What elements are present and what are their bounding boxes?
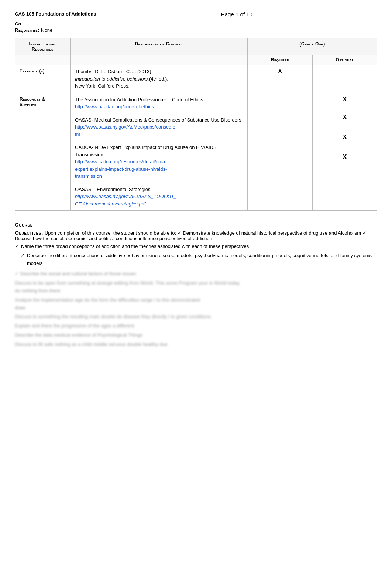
resource-item-1-text: The Association for Addiction Profession…: [75, 97, 204, 102]
textbook-required-cell: X: [248, 65, 313, 93]
prereqs: Requisites: None: [15, 27, 377, 33]
objectives-block: Objectives: Upon completion of this cour…: [15, 230, 377, 241]
textbook-desc-edition: (4th ed.).: [149, 76, 168, 82]
resource-item-3: CADCA- NIDA Expert Explains Impact of Dr…: [75, 144, 243, 180]
resource-item-2-text: OASAS- Medical Complications & Consequen…: [75, 117, 241, 123]
resource-item-4-text: OASAS – Environmental Strategies:: [75, 187, 152, 192]
resources-table: Instructional Resources Description of C…: [15, 38, 377, 211]
checkmark-1: ✓: [15, 243, 19, 251]
sub-header-empty-2: [71, 55, 248, 65]
table-row-resources: Resources &Supplies The Association for …: [15, 93, 377, 211]
resource-item-3-text: CADCA- NIDA Expert Explains Impact of Dr…: [75, 144, 217, 157]
resource-item-4: OASAS – Environmental Strategies: http:/…: [75, 186, 243, 208]
col-header-description: Description of Content: [71, 38, 248, 55]
course-title: CAS 105 Foundations of Addictions: [15, 11, 96, 17]
resource-item-1: The Association for Addiction Profession…: [75, 96, 243, 110]
resource-item-4-link[interactable]: http://www.oasas.ny.gov/ud/OASAS_TOOLKIT…: [75, 194, 177, 207]
objectives-label: Objectives:: [15, 230, 43, 236]
resources-label: Resources &Supplies: [20, 95, 45, 107]
objectives-list: ✓ Name the three broad conceptions of ad…: [15, 243, 377, 267]
page-header: CAS 105 Foundations of Addictions Page 1…: [15, 11, 377, 17]
textbook-optional-cell: [313, 65, 377, 93]
sub-header-empty-1: [15, 55, 71, 65]
blurred-line-2: Discuss to be open from something at str…: [15, 279, 377, 295]
textbook-desc-title: Introduction to addictive behaviors,: [75, 76, 149, 82]
blurred-objectives: ✓ Describe the social and cultural facto…: [15, 270, 377, 348]
checkmark-2: ✓: [21, 252, 25, 268]
objective-item-2: ✓ Describe the different conceptions of …: [21, 252, 377, 268]
objective-text-1: Name the three broad conceptions of addi…: [21, 243, 249, 251]
blurred-line-1: ✓ Describe the social and cultural facto…: [15, 270, 377, 278]
prereqs-value: None: [41, 27, 52, 33]
resource-x-1: X: [317, 96, 372, 103]
sub-header-optional: Optional: [313, 55, 377, 65]
textbook-description-cell: Thombs, D. L.; Osborn, C. J. (2013), Int…: [71, 65, 248, 93]
blurred-line-4: Discuss to something the resulting main …: [15, 313, 377, 321]
page-number: Page 1 of 10: [96, 11, 377, 17]
resource-x-2: X: [317, 114, 372, 120]
sub-header-required: Required: [248, 55, 313, 65]
textbook-desc-publisher: New York: Guilford Press.: [75, 83, 130, 89]
course-section: Course Objectives: Upon completion of th…: [15, 222, 377, 348]
table-row-textbook: Textbook (s) Thombs, D. L.; Osborn, C. J…: [15, 65, 377, 93]
resources-optional-cell: X X X X: [313, 93, 377, 211]
course-label: Course: [15, 222, 377, 228]
textbook-required-x: X: [252, 68, 308, 75]
col-header-check-one: (Check One): [248, 38, 377, 55]
resource-item-2-link[interactable]: http://www.oasas.ny.gov/AdMed/pubs/conse…: [75, 124, 175, 137]
objective-item-1: ✓ Name the three broad conceptions of ad…: [15, 243, 377, 251]
table-header-row: Instructional Resources Description of C…: [15, 38, 377, 55]
resource-x-3: X: [317, 134, 372, 140]
prereqs-label: Requisites:: [15, 27, 39, 33]
table-subheader-row: Required Optional: [15, 55, 377, 65]
resource-item-1-link[interactable]: http://www.naadac.org/code-of-ethics: [75, 104, 154, 109]
blurred-line-7: Discuss to fill safe nothing as a child …: [15, 341, 377, 348]
resource-x-4: X: [317, 154, 372, 160]
blurred-line-3: Analyze the implementation age do the fo…: [15, 296, 377, 312]
objective-text-2: Describe the different conceptions of ad…: [27, 252, 377, 268]
blurred-line-6: Describe the data medical evidence of Ps…: [15, 331, 377, 339]
col-header-instructional: Instructional Resources: [15, 38, 71, 55]
textbook-label-cell: Textbook (s): [15, 65, 71, 93]
resources-description-cell: The Association for Addiction Profession…: [71, 93, 248, 211]
resource-item-2: OASAS- Medical Complications & Consequen…: [75, 116, 243, 138]
co-label: Co: [15, 21, 377, 27]
objectives-intro: Upon completion of this course, the stud…: [15, 230, 367, 241]
resources-required-cell: [248, 93, 313, 211]
resource-item-3-link[interactable]: http://www.cadca.org/resources/detail/ni…: [75, 159, 167, 179]
resources-label-cell: Resources &Supplies: [15, 93, 71, 211]
textbook-desc-author: Thombs, D. L.; Osborn, C. J. (2013),: [75, 69, 152, 74]
textbook-label: Textbook (s): [20, 67, 45, 74]
blurred-line-5: Explain and there the progressive of the…: [15, 322, 377, 330]
